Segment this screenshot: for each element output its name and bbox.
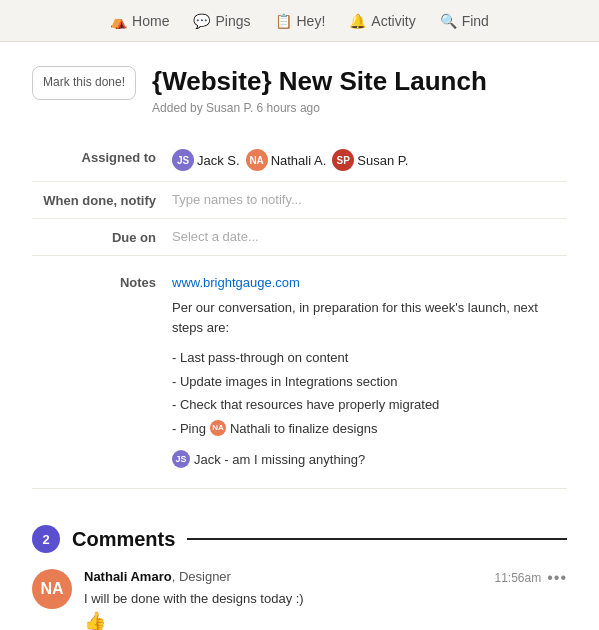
home-icon: ⛺ xyxy=(110,13,127,29)
avatar-nathali: NA xyxy=(246,149,268,171)
nav-home-label: Home xyxy=(132,13,169,29)
assigned-to-value: JS Jack S. NA Nathali A. SP Susan P. xyxy=(172,149,567,171)
comment-1-text: I will be done with the designs today :) xyxy=(84,591,567,606)
ping-line-text: Jack - am I missing anything? xyxy=(194,452,365,467)
due-value[interactable]: Select a date... xyxy=(172,229,567,244)
nav-find-label: Find xyxy=(462,13,489,29)
comments-header: 2 Comments xyxy=(32,525,567,553)
comment-1: NA Nathali Amaro, Designer 11:56am ••• I… xyxy=(32,569,567,630)
notes-row: Notes www.brightgauge.com Per our conver… xyxy=(32,274,567,468)
avatar-nathali-inline: NA xyxy=(210,420,226,436)
nav-hey-label: Hey! xyxy=(297,13,326,29)
comment-1-emoji[interactable]: 👍 xyxy=(84,610,567,630)
pings-icon: 💬 xyxy=(193,13,210,29)
comments-title: Comments xyxy=(72,528,175,551)
task-header: Mark this done! {Website} New Site Launc… xyxy=(32,66,567,115)
comments-count-badge: 2 xyxy=(32,525,60,553)
nav-pings-label: Pings xyxy=(215,13,250,29)
notes-ping-suffix: Nathali to finalize designs xyxy=(230,417,377,440)
comments-divider xyxy=(187,538,567,540)
avatar-susan: SP xyxy=(332,149,354,171)
due-row: Due on Select a date... xyxy=(32,219,567,256)
task-meta: Added by Susan P. 6 hours ago xyxy=(152,101,487,115)
assignee-nathali[interactable]: NA Nathali A. xyxy=(246,149,327,171)
find-icon: 🔍 xyxy=(440,13,457,29)
notes-label: Notes xyxy=(32,274,172,290)
comments-section: 2 Comments NA Nathali Amaro, Designer 11… xyxy=(0,509,599,630)
notes-paragraph: Per our conversation, in preparation for… xyxy=(172,298,567,338)
task-title: {Website} New Site Launch xyxy=(152,66,487,97)
nav-activity-label: Activity xyxy=(371,13,415,29)
notes-ping-prefix: - Ping xyxy=(172,417,206,440)
comment-1-author-name: Nathali Amaro xyxy=(84,569,172,584)
nav-find[interactable]: 🔍 Find xyxy=(440,13,489,29)
notes-link[interactable]: www.brightgauge.com xyxy=(172,275,300,290)
comment-1-role: , Designer xyxy=(172,569,231,584)
assignee-susan-label: Susan P. xyxy=(357,153,408,168)
ping-line: JS Jack - am I missing anything? xyxy=(172,450,567,468)
nav-activity[interactable]: 🔔 Activity xyxy=(349,13,415,29)
comment-1-menu[interactable]: ••• xyxy=(547,569,567,587)
avatar-nathali-large: NA xyxy=(32,569,72,609)
notes-section: Notes www.brightgauge.com Per our conver… xyxy=(32,264,567,489)
assignee-susan[interactable]: SP Susan P. xyxy=(332,149,408,171)
notes-list-item-1: - Last pass-through on content xyxy=(172,346,567,369)
assigned-to-row: Assigned to JS Jack S. NA Nathali A. SP … xyxy=(32,139,567,182)
notes-list-item-2: - Update images in Integrations section xyxy=(172,370,567,393)
notify-row: When done, notify Type names to notify..… xyxy=(32,182,567,219)
notify-label: When done, notify xyxy=(32,192,172,208)
notes-list: - Last pass-through on content - Update … xyxy=(172,346,567,440)
nav-pings[interactable]: 💬 Pings xyxy=(193,13,250,29)
comment-1-actions: 11:56am ••• xyxy=(494,569,567,587)
comment-1-author: Nathali Amaro, Designer xyxy=(84,569,231,584)
activity-icon: 🔔 xyxy=(349,13,366,29)
due-label: Due on xyxy=(32,229,172,245)
due-placeholder: Select a date... xyxy=(172,229,259,244)
hey-icon: 📋 xyxy=(275,13,292,29)
notes-body: www.brightgauge.com Per our conversation… xyxy=(172,274,567,468)
assignee-jack-label: Jack S. xyxy=(197,153,240,168)
notes-list-item-4: - Ping NA Nathali to finalize designs xyxy=(172,417,567,440)
task-fields: Assigned to JS Jack S. NA Nathali A. SP … xyxy=(32,139,567,256)
nav-hey[interactable]: 📋 Hey! xyxy=(275,13,326,29)
assigned-to-label: Assigned to xyxy=(32,149,172,165)
top-nav: ⛺ Home 💬 Pings 📋 Hey! 🔔 Activity 🔍 Find xyxy=(0,0,599,42)
comment-1-body: Nathali Amaro, Designer 11:56am ••• I wi… xyxy=(84,569,567,630)
notify-value[interactable]: Type names to notify... xyxy=(172,192,567,207)
avatar-jack: JS xyxy=(172,149,194,171)
comment-1-top: Nathali Amaro, Designer 11:56am ••• xyxy=(84,569,567,587)
main-content: Mark this done! {Website} New Site Launc… xyxy=(0,42,599,509)
mark-done-button[interactable]: Mark this done! xyxy=(32,66,136,100)
task-title-block: {Website} New Site Launch Added by Susan… xyxy=(152,66,487,115)
avatar-jack-inline: JS xyxy=(172,450,190,468)
notes-list-item-3: - Check that resources have properly mig… xyxy=(172,393,567,416)
comment-1-time: 11:56am xyxy=(494,571,541,585)
nav-home[interactable]: ⛺ Home xyxy=(110,13,169,29)
notify-placeholder: Type names to notify... xyxy=(172,192,302,207)
assignee-jack[interactable]: JS Jack S. xyxy=(172,149,240,171)
assignee-nathali-label: Nathali A. xyxy=(271,153,327,168)
